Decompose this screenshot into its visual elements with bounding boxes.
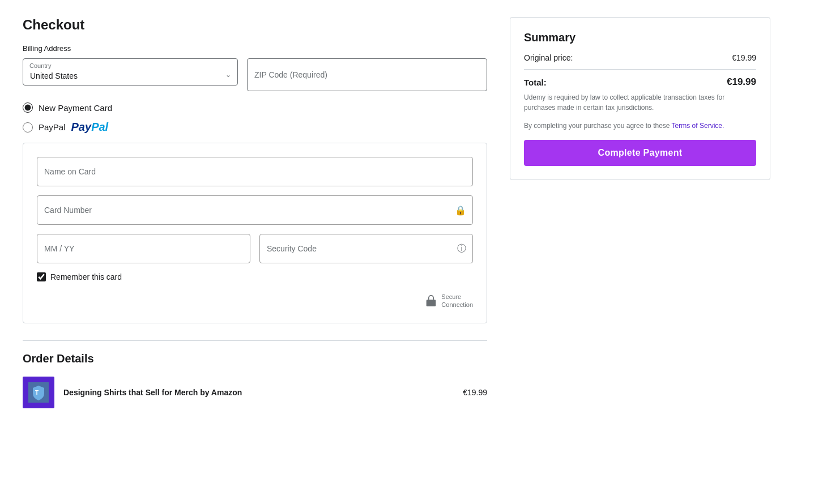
- remember-card-checkbox[interactable]: [37, 272, 46, 281]
- tos-prefix: By completing your purchase you agree to…: [524, 122, 672, 130]
- order-details-section: Order Details T Designing Shirts that Se…: [23, 340, 487, 408]
- tos-link[interactable]: Terms of Service.: [672, 122, 724, 130]
- country-select-wrapper: Country United States United Kingdom Ger…: [23, 58, 238, 91]
- expiry-security-row: ⓘ: [37, 234, 473, 263]
- security-code-group: ⓘ: [259, 234, 473, 263]
- order-details-title: Order Details: [23, 352, 487, 365]
- billing-address-label: Billing Address: [23, 44, 487, 53]
- secure-connection-indicator: Secure Connection: [37, 293, 473, 309]
- summary-title: Summary: [524, 31, 756, 44]
- zip-input-wrapper: [247, 58, 487, 91]
- svg-rect-0: [427, 300, 436, 307]
- name-on-card-group: [37, 157, 473, 186]
- new-card-radio[interactable]: [23, 102, 33, 113]
- country-select[interactable]: United States United Kingdom Germany Fra…: [23, 58, 238, 86]
- name-on-card-input[interactable]: [37, 157, 473, 186]
- card-number-input[interactable]: [37, 195, 473, 225]
- tos-text: By completing your purchase you agree to…: [524, 121, 756, 131]
- summary-divider: [524, 69, 756, 70]
- order-item-title: Designing Shirts that Sell for Merch by …: [63, 388, 454, 397]
- sidebar: Summary Original price: €19.99 Total: €1…: [510, 17, 770, 408]
- secure-lock-icon: [425, 294, 437, 307]
- secure-label: Secure Connection: [441, 293, 473, 309]
- main-content: Checkout Billing Address Country United …: [23, 17, 487, 408]
- paypal-label: PayPal: [39, 122, 66, 132]
- expiry-input[interactable]: [37, 234, 250, 263]
- remember-card-row: Remember this card: [37, 272, 473, 281]
- svg-text:T: T: [35, 390, 39, 396]
- original-price-row: Original price: €19.99: [524, 53, 756, 62]
- expiry-group: [37, 234, 250, 263]
- security-code-input[interactable]: [259, 234, 473, 263]
- secure-line2: Connection: [441, 301, 473, 309]
- payment-options: New Payment Card PayPal PayPal: [23, 102, 487, 134]
- zip-input[interactable]: [247, 58, 487, 91]
- order-item-price: €19.99: [463, 388, 487, 397]
- total-label: Total:: [524, 78, 547, 87]
- card-number-group: 🔒: [37, 195, 473, 225]
- original-price-value: €19.99: [732, 53, 756, 62]
- secure-line1: Secure: [441, 293, 473, 301]
- order-item-thumbnail: T: [23, 377, 54, 408]
- page-title: Checkout: [23, 17, 487, 33]
- order-item: T Designing Shirts that Sell for Merch b…: [23, 377, 487, 408]
- paypal-option[interactable]: PayPal PayPal: [23, 121, 487, 134]
- remember-card-label: Remember this card: [50, 272, 122, 281]
- new-card-option[interactable]: New Payment Card: [23, 102, 487, 113]
- card-form: 🔒 ⓘ Remember this card: [23, 143, 487, 323]
- total-value: €19.99: [727, 76, 756, 88]
- summary-card: Summary Original price: €19.99 Total: €1…: [510, 17, 770, 180]
- paypal-radio[interactable]: [23, 122, 33, 133]
- order-item-icon: T: [28, 382, 49, 403]
- help-circle-icon: ⓘ: [457, 243, 466, 255]
- paypal-logo: PayPal: [71, 121, 109, 134]
- tax-note: Udemy is required by law to collect appl…: [524, 92, 756, 113]
- billing-row: Country United States United Kingdom Ger…: [23, 58, 487, 91]
- total-row: Total: €19.99: [524, 76, 756, 88]
- lock-icon: 🔒: [455, 205, 466, 216]
- original-price-label: Original price:: [524, 53, 573, 62]
- complete-payment-button[interactable]: Complete Payment: [524, 140, 756, 166]
- new-card-label: New Payment Card: [39, 103, 112, 113]
